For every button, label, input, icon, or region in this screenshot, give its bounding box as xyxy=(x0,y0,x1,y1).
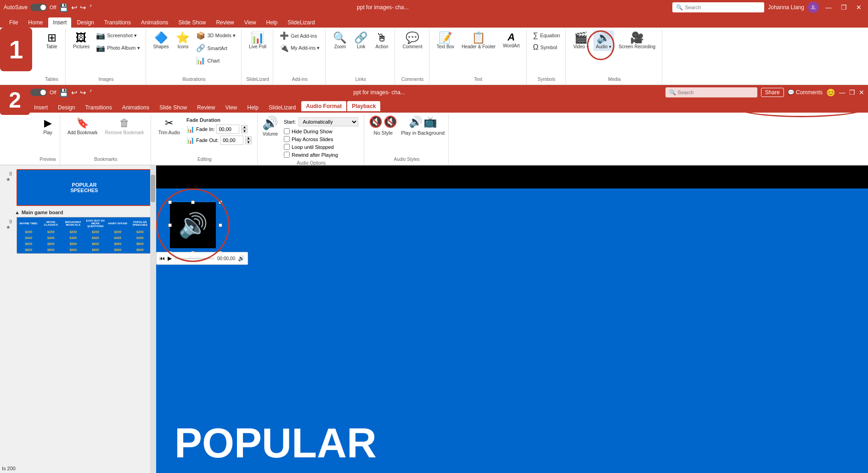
fade-out-up[interactable]: ▲ xyxy=(245,136,252,140)
fade-out-input[interactable] xyxy=(220,136,243,145)
loop-until-checkbox[interactable] xyxy=(284,144,290,150)
get-addins-button[interactable]: ➕ Get Add-ins xyxy=(278,30,321,41)
player-seekbar[interactable] xyxy=(175,258,214,259)
my-addins-button[interactable]: 🔌 My Add-ins ▾ xyxy=(278,43,321,53)
bottom-emoji-btn[interactable]: 😊 xyxy=(826,88,835,97)
tab2-animations[interactable]: Animations xyxy=(118,103,154,113)
remove-bookmark-button[interactable]: 🗑 Remove Bookmark xyxy=(102,115,147,137)
scroll-thumb[interactable] xyxy=(151,175,155,202)
icons-button[interactable]: ⭐ Icons xyxy=(173,30,192,51)
fade-in-input[interactable] xyxy=(216,125,239,134)
comment-button[interactable]: 💬 Comment xyxy=(400,30,425,51)
chart-button[interactable]: 📊 Chart xyxy=(194,55,237,66)
video-button[interactable]: 🎬 Video ▾ xyxy=(570,30,591,51)
shapes-button[interactable]: 🔷 Shapes xyxy=(151,30,172,51)
textbox-button[interactable]: 📝 Text Box xyxy=(434,30,457,51)
fade-in-down[interactable]: ▼ xyxy=(241,129,248,133)
tab-slideshow[interactable]: Slide Show xyxy=(174,17,210,28)
bottom-close-btn[interactable]: ✕ xyxy=(859,89,864,96)
tab-help[interactable]: Help xyxy=(262,17,282,28)
scrollbar[interactable] xyxy=(150,165,156,473)
screenshot-button[interactable]: 📷 Screenshot ▾ xyxy=(94,30,141,41)
redo-icon[interactable]: ↪ xyxy=(80,3,86,12)
top-search-box[interactable]: 🔍 xyxy=(672,2,764,12)
tab2-playback[interactable]: Playback xyxy=(347,101,380,113)
tab-animations[interactable]: Animations xyxy=(136,17,173,28)
table-button[interactable]: ⊞ Table xyxy=(43,30,61,51)
tab-home[interactable]: Home xyxy=(23,17,47,28)
tab2-slideshow[interactable]: Slide Show xyxy=(155,103,192,113)
bottom-search-input[interactable] xyxy=(678,90,754,95)
undo-icon[interactable]: ↩ xyxy=(71,3,77,12)
hide-show-checkbox[interactable] xyxy=(284,128,290,134)
bottom-share-btn[interactable]: Share xyxy=(761,88,784,97)
play-button[interactable]: ▶ Play xyxy=(39,115,56,137)
search-input[interactable] xyxy=(685,5,761,10)
bottom-comments-btn[interactable]: 💬 Comments xyxy=(788,89,823,96)
player-prev-btn[interactable]: ⏮ xyxy=(159,255,165,262)
tab2-transitions[interactable]: Transitions xyxy=(80,103,116,113)
action-button[interactable]: 🖱 Action xyxy=(372,30,391,51)
tab2-slidelizard[interactable]: SlideLizard xyxy=(264,103,300,113)
bottom-present-icon[interactable]: ⎖ xyxy=(89,88,93,97)
bottom-restore-btn[interactable]: ❐ xyxy=(849,89,855,96)
tab-slidelizard-top[interactable]: SlideLizard xyxy=(283,17,319,28)
add-bookmark-button[interactable]: 🔖 Add Bookmark xyxy=(65,115,101,137)
sel-handle-tm[interactable] xyxy=(191,200,195,204)
trim-audio-button[interactable]: ✂ Trim Audio xyxy=(156,115,183,137)
player-volume-btn[interactable]: 🔊 xyxy=(238,255,245,262)
tab2-audio-format[interactable]: Audio Format xyxy=(301,101,346,113)
pictures-button[interactable]: 🖼 Pictures xyxy=(70,30,92,51)
sel-handle-tl[interactable] xyxy=(168,200,172,204)
player-play-btn[interactable]: ▶ xyxy=(168,255,172,262)
save-icon[interactable]: 💾 xyxy=(59,3,68,12)
3dmodels-button[interactable]: 📦 3D Models ▾ xyxy=(194,30,237,41)
link-button[interactable]: 🔗 Link xyxy=(351,30,371,51)
tab2-help[interactable]: Help xyxy=(242,103,263,113)
rewind-checkbox[interactable] xyxy=(284,152,290,158)
bottom-save-icon[interactable]: 💾 xyxy=(59,88,68,97)
smartart-button[interactable]: 🔗 SmartArt xyxy=(194,43,237,53)
close-button[interactable]: ✕ xyxy=(853,4,864,11)
play-across-checkbox[interactable] xyxy=(284,136,290,142)
autosave-toggle[interactable] xyxy=(30,4,47,11)
play-bg-label[interactable]: Play in Background xyxy=(401,130,445,136)
present-icon[interactable]: ⎖ xyxy=(89,3,93,11)
slide-9-thumb[interactable]: RHYME TIME! MOVIE CLASSICS BROADWAY MUSI… xyxy=(17,217,152,254)
symbol-button[interactable]: Ω Symbol xyxy=(531,42,562,52)
fade-in-up[interactable]: ▲ xyxy=(241,125,248,129)
tab2-review[interactable]: Review xyxy=(192,103,220,113)
tab2-view[interactable]: View xyxy=(220,103,242,113)
header-footer-button[interactable]: 📋 Header & Footer xyxy=(459,30,498,51)
sel-handle-mr[interactable] xyxy=(219,223,222,227)
screen-recording-button[interactable]: 🎥 Screen Recording xyxy=(616,30,658,51)
tab-view[interactable]: View xyxy=(240,17,261,28)
restore-button[interactable]: ❐ xyxy=(838,4,850,11)
tab-review[interactable]: Review xyxy=(211,17,238,28)
wordart-button[interactable]: A WordArt xyxy=(500,30,523,50)
bottom-search-box[interactable]: 🔍 xyxy=(665,87,757,97)
sel-handle-ml[interactable] xyxy=(168,223,172,227)
bottom-undo-icon[interactable]: ↩ xyxy=(71,88,77,97)
audio-icon-selected[interactable]: 🔊 ⏮ ▶ 00:00,00 xyxy=(170,202,220,253)
tab-design[interactable]: Design xyxy=(72,17,98,28)
no-style-label[interactable]: No Style xyxy=(373,130,393,136)
bottom-minimize-btn[interactable]: — xyxy=(839,89,845,96)
minimize-button[interactable]: — xyxy=(823,4,834,11)
audio-button[interactable]: 🔊 Audio ▾ xyxy=(593,30,614,51)
tab2-design[interactable]: Design xyxy=(53,103,79,113)
tab-file[interactable]: File xyxy=(5,17,23,28)
start-select[interactable]: Automatically On Click xyxy=(299,117,358,126)
bottom-autosave-toggle[interactable] xyxy=(30,89,47,96)
equation-button[interactable]: ∑ Equation xyxy=(531,30,562,40)
livepoll-button[interactable]: 📊 Live Poll xyxy=(246,30,269,51)
bottom-redo-icon[interactable]: ↪ xyxy=(80,88,86,97)
zoom-button[interactable]: 🔍 Zoom xyxy=(330,30,349,51)
slide-8-thumb[interactable]: POPULARSPEECHES xyxy=(17,169,152,206)
tab-insert[interactable]: Insert xyxy=(48,17,71,28)
tab-transitions[interactable]: Transitions xyxy=(100,17,135,28)
fade-out-down[interactable]: ▼ xyxy=(245,140,252,144)
sel-handle-tr[interactable] xyxy=(219,200,222,204)
tab2-insert[interactable]: Insert xyxy=(29,103,52,113)
photo-album-button[interactable]: 📷 Photo Album ▾ xyxy=(94,43,141,53)
